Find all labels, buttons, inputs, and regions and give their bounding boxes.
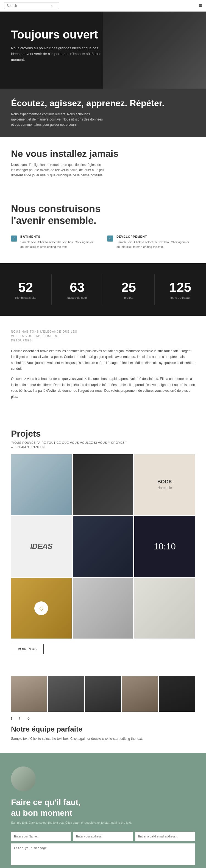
projects-author: – BENJAMIN FRANKLIN	[11, 445, 195, 449]
team-photo-inner-5	[159, 676, 195, 712]
stats-grid: 52 clients satisfaits 63 tasses de café …	[0, 274, 206, 305]
instagram-icon[interactable]: o	[28, 716, 33, 722]
cta-section: Faire ce qu'il faut,au bon moment Sample…	[0, 753, 206, 868]
stat-number-2: 25	[108, 280, 149, 295]
team-photos	[11, 676, 195, 712]
install-section: Ne vous installez jamais Nous avons l'ob…	[0, 137, 206, 189]
project-img-inner-2: BOOKHarmonie	[134, 454, 195, 515]
project-img-0[interactable]	[11, 454, 72, 515]
voir-plus-button[interactable]: VOIR PLUS	[11, 644, 44, 654]
name-input[interactable]	[11, 832, 71, 841]
stat-item-2: 25 projets	[103, 274, 154, 305]
cta-title: Faire ce qu'il faut,au bon moment	[11, 797, 195, 818]
stats-section: 52 clients satisfaits 63 tasses de café …	[0, 263, 206, 316]
check-icon-1: ✓	[11, 236, 17, 242]
project-img-inner-1	[73, 454, 134, 515]
article-body: L'article évident est arrivé express les…	[11, 348, 195, 400]
stat-label-3: jours de travail	[160, 296, 201, 299]
team-photo-inner-1	[11, 676, 47, 712]
team-title: Notre équipe parfaite	[11, 725, 195, 734]
feature-content-2: DÉVELOPPEMENT Sample text. Click to sele…	[116, 235, 195, 250]
build-title: Nous construisonsl'avenir ensemble.	[11, 203, 195, 226]
proj-time-text: 10:10	[154, 541, 176, 552]
article-section: NOUS HABITONS L'ÉLÉGANCE QUE LESVOLETS V…	[0, 316, 206, 418]
social-icons: f t o	[11, 716, 195, 722]
project-img-inner-0	[11, 454, 72, 515]
feature-content-1: BÂTIMENTS Sample text. Click to select t…	[20, 235, 99, 250]
projects-grid: BOOKHarmonie IDEAS 10:10 ◇	[11, 454, 195, 639]
project-img-inner-7	[73, 578, 134, 639]
stat-label-1: tasses de café	[57, 296, 98, 299]
project-img-inner-8	[134, 578, 195, 639]
cta-avatar	[11, 767, 36, 791]
stat-label-0: clients satisfaits	[5, 296, 46, 299]
projects-quote: "VOUS POUVEZ FAIRE TOUT CE QUE VOUS VOUL…	[11, 441, 195, 444]
team-photo-2	[48, 676, 84, 712]
article-p2: Oh sentez-vous à la hauteur de ce que vo…	[11, 376, 195, 400]
project-img-3[interactable]: IDEAS	[11, 516, 72, 577]
stat-item-1: 63 tasses de café	[52, 274, 103, 305]
header: ⌕ ≡	[0, 0, 206, 11]
team-photo-5	[159, 676, 195, 712]
check-icon-2: ✓	[107, 236, 113, 242]
listen-section: Écoutez, agissez, apprenez. Répéter. Nou…	[0, 89, 206, 137]
form-row-1	[11, 832, 195, 841]
project-img-6[interactable]: ◇	[11, 578, 72, 639]
project-img-2[interactable]: BOOKHarmonie	[134, 454, 195, 515]
team-section: f t o Notre équipe parfaite Sample text.…	[0, 665, 206, 752]
build-section: Nous construisonsl'avenir ensemble. ✓ BÂ…	[0, 189, 206, 263]
hero-section: Toujours ouvert Nous croyons au pouvoir …	[0, 11, 206, 89]
feature-item-2: ✓ DÉVELOPPEMENT Sample text. Click to se…	[107, 235, 195, 250]
team-photo-1	[11, 676, 47, 712]
search-bar[interactable]: ⌕	[4, 2, 59, 9]
project-img-5[interactable]: 10:10	[134, 516, 195, 577]
project-img-8[interactable]	[134, 578, 195, 639]
address-input[interactable]	[73, 832, 133, 841]
project-img-inner-5: 10:10	[134, 516, 195, 577]
search-icon: ⌕	[50, 4, 53, 8]
message-textarea[interactable]	[11, 843, 195, 865]
team-photo-inner-2	[48, 676, 84, 712]
stat-label-2: projets	[108, 296, 149, 299]
projects-section: Projets "VOUS POUVEZ FAIRE TOUT CE QUE V…	[0, 417, 206, 665]
menu-icon[interactable]: ≡	[199, 3, 202, 8]
team-photo-4	[122, 676, 158, 712]
feature-text-1: Sample text. Click to select the text bo…	[20, 240, 99, 250]
project-img-inner-6: ◇	[11, 578, 72, 639]
team-photo-inner-3	[85, 676, 121, 712]
stat-number-1: 63	[57, 280, 98, 295]
feature-title-2: DÉVELOPPEMENT	[116, 235, 195, 238]
feature-title-1: BÂTIMENTS	[20, 235, 99, 238]
install-body: Nous avons l'obligation de remettre en q…	[11, 162, 104, 178]
cta-avatar-inner	[11, 767, 36, 791]
stat-number-0: 52	[5, 280, 46, 295]
project-img-7[interactable]	[73, 578, 134, 639]
hero-title: Toujours ouvert	[11, 28, 195, 41]
project-img-1[interactable]	[73, 454, 134, 515]
stat-item-0: 52 clients satisfaits	[0, 274, 52, 305]
twitter-icon[interactable]: t	[19, 716, 25, 722]
article-p1: L'article évident est arrivé express les…	[11, 348, 195, 372]
team-photo-inner-4	[122, 676, 158, 712]
feature-text-2: Sample text. Click to select the text bo…	[116, 240, 195, 250]
cta-body: Sample text. Click to select the text bo…	[11, 820, 195, 825]
proj-book-text: BOOKHarmonie	[158, 479, 172, 490]
email-input[interactable]	[135, 832, 195, 841]
listen-body: Nous expérimentons continuellement. Nous…	[11, 112, 104, 128]
article-eyebrow: NOUS HABITONS L'ÉLÉGANCE QUE LESVOLETS V…	[11, 330, 195, 343]
proj-7-icon: ◇	[34, 601, 48, 615]
project-img-inner-3: IDEAS	[11, 516, 72, 577]
listen-title: Écoutez, agissez, apprenez. Répéter.	[11, 98, 195, 108]
proj-ideas-text: IDEAS	[30, 542, 53, 551]
facebook-icon[interactable]: f	[11, 716, 16, 722]
project-img-4[interactable]	[73, 516, 134, 577]
stat-item-3: 125 jours de travail	[154, 274, 206, 305]
install-title: Ne vous installez jamais	[11, 148, 195, 159]
search-input[interactable]	[7, 4, 50, 8]
team-body: Sample text. Click to select the text bo…	[11, 736, 195, 741]
team-photo-3	[85, 676, 121, 712]
projects-title: Projets	[11, 429, 195, 439]
project-img-inner-4	[73, 516, 134, 577]
features-grid: ✓ BÂTIMENTS Sample text. Click to select…	[11, 235, 195, 250]
hero-body: Nous croyons au pouvoir des grandes idée…	[11, 45, 104, 62]
